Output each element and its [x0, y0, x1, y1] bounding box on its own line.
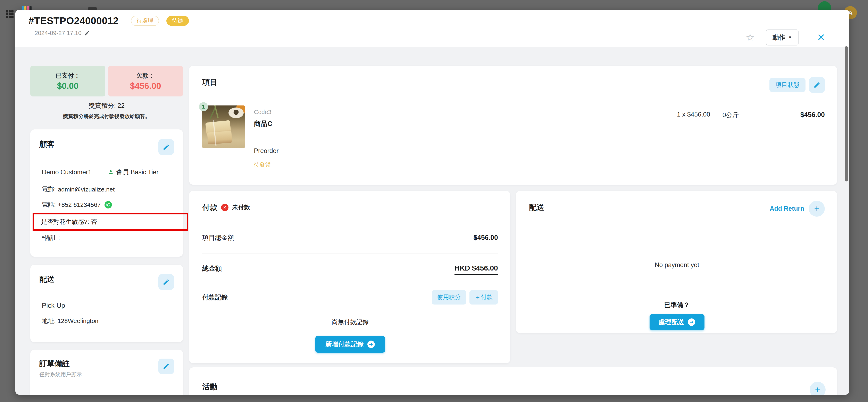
ready-question: 已準備？: [529, 301, 825, 309]
order-detail-modal: #TESTPO24000012 待處理 待辦 2024-09-27 17:10 …: [16, 10, 849, 395]
add-activity-button[interactable]: +: [810, 382, 826, 395]
delivery-card-title: 配送: [529, 202, 544, 212]
item-index-badge: 1: [199, 102, 208, 111]
customer-card-title: 顧客: [39, 139, 55, 149]
item-total: $456.00: [739, 111, 825, 119]
favorite-star-icon[interactable]: ☆: [746, 33, 754, 42]
whatsapp-icon[interactable]: ✆: [104, 201, 112, 208]
divider: [202, 254, 498, 254]
allergy-question-highlight: 是否對花生敏感?: 否: [33, 213, 188, 231]
customer-email[interactable]: admin@vizualize.net: [58, 186, 115, 193]
customer-name[interactable]: Demo Customer1: [42, 169, 92, 176]
no-payment-text: No payment yet: [529, 261, 825, 269]
process-delivery-button[interactable]: 處理配送 ➜: [650, 314, 705, 330]
apps-grid-icon[interactable]: [6, 10, 13, 18]
member-tier: 會員 Basic Tier: [116, 168, 159, 176]
payment-card-title: 付款: [202, 202, 217, 212]
grand-total-value: HKD $456.00: [455, 264, 498, 275]
unpaid-status-icon: ✕: [221, 204, 228, 211]
order-main: 項目 項目狀態 1: [189, 66, 837, 395]
add-return-link[interactable]: Add Return: [770, 205, 804, 212]
due-amount-badge: 欠款： $456.00: [108, 66, 183, 96]
process-delivery-label: 處理配送: [659, 318, 684, 327]
total-label: 總金額: [202, 264, 222, 273]
add-payment-record-button[interactable]: 新增付款記錄 ➜: [315, 336, 385, 353]
activity-card-title: 活動: [202, 382, 217, 392]
shipping-address: 128Weelington: [58, 317, 99, 324]
actions-dropdown-button[interactable]: 動作 ▼: [766, 30, 799, 45]
reward-points-note: 獎賞積分將於完成付款後發放給顧客。: [30, 113, 183, 120]
due-value: $456.00: [130, 81, 161, 91]
subtotal-label: 項目總金額: [202, 233, 234, 242]
items-card: 項目 項目狀態 1: [189, 66, 837, 185]
delivery-card: 配送 Add Return + No payment yet 已準備？ 處理配送…: [516, 191, 837, 333]
paid-amount-badge: 已支付： $0.00: [30, 66, 105, 96]
item-status-button[interactable]: 項目狀態: [769, 78, 806, 92]
status-badge-pending: 待處理: [131, 16, 159, 26]
order-sidebar: 已支付： $0.00 欠款： $456.00 獎賞積分: 22 獎賞積分將於完成…: [30, 66, 183, 395]
item-qty-price: 1 x $456.00: [677, 111, 710, 118]
edit-items-button[interactable]: [809, 77, 825, 93]
items-card-title: 項目: [202, 77, 217, 88]
reward-points: 獎賞積分: 22: [30, 101, 183, 110]
pencil-icon: [163, 143, 170, 150]
item-weight: 0公斤: [722, 111, 739, 120]
unpaid-status-text: 未付款: [232, 203, 250, 211]
arrow-right-icon: ➜: [688, 319, 695, 326]
product-code: Code3: [254, 109, 279, 115]
order-number: #TESTPO24000012: [29, 15, 119, 26]
order-notes-subtitle: 僅對系統用戶顯示: [39, 371, 82, 378]
status-badge-todo: 待辦: [166, 16, 189, 26]
modal-header: #TESTPO24000012 待處理 待辦 2024-09-27 17:10 …: [16, 10, 849, 47]
due-label: 欠款：: [136, 71, 155, 80]
line-item-row: 1 Code3 商品C Preorder 待發貨: [202, 105, 825, 168]
subtotal-value: $456.00: [473, 234, 498, 241]
chevron-down-icon: ▼: [788, 35, 792, 40]
product-type: Preorder: [254, 147, 279, 155]
add-return-plus-button[interactable]: +: [809, 201, 825, 217]
use-points-button[interactable]: 使用積分: [432, 290, 466, 304]
add-payment-button[interactable]: ＋付款: [469, 290, 498, 304]
edit-order-notes-button[interactable]: [158, 359, 174, 374]
edit-shipping-button[interactable]: [158, 274, 174, 290]
no-payment-records-text: 尚無付款記錄: [202, 318, 498, 327]
member-icon: [107, 169, 114, 175]
app-logo: [22, 6, 32, 10]
paid-label: 已支付：: [56, 71, 80, 80]
shipping-card: 配送 Pick Up 地址: 128Weelington: [30, 265, 183, 342]
fulfillment-status: 待發貨: [254, 161, 279, 168]
activity-card: 活動 +: [189, 367, 837, 395]
modal-scrollbar[interactable]: [845, 46, 848, 181]
order-date: 2024-09-27 17:10: [35, 30, 82, 36]
customer-card: 顧客 Demo Customer1 會員 Basic Tier 電郵: admi…: [30, 129, 183, 257]
allergy-question: 是否對花生敏感?: 否: [41, 218, 97, 225]
product-image: [202, 105, 245, 148]
payment-card: 付款 ✕ 未付款 項目總金額 $456.00 總金額 HKD $456.00: [189, 191, 510, 363]
shipping-method: Pick Up: [42, 302, 174, 309]
customer-remark-label: *備註 :: [42, 234, 174, 242]
customer-phone: +852 61234567: [58, 201, 101, 208]
arrow-right-icon: ➜: [367, 341, 375, 348]
address-label: 地址:: [42, 317, 56, 324]
shipping-card-title: 配送: [39, 274, 55, 284]
pencil-icon: [163, 278, 170, 286]
payment-records-label: 付款記錄: [202, 293, 228, 302]
order-notes-title: 訂單備註: [39, 359, 82, 369]
phone-label: 電話:: [42, 200, 56, 209]
order-notes-card: 訂單備註 僅對系統用戶顯示: [30, 349, 183, 395]
edit-customer-button[interactable]: [158, 139, 174, 155]
actions-label: 動作: [773, 33, 785, 42]
close-icon[interactable]: ✕: [817, 33, 825, 42]
paid-value: $0.00: [57, 81, 79, 91]
pencil-icon: [163, 363, 170, 370]
pencil-icon: [813, 81, 820, 89]
product-name[interactable]: 商品C: [254, 119, 279, 128]
add-payment-record-label: 新增付款記錄: [326, 340, 364, 348]
email-label: 電郵:: [42, 185, 56, 194]
edit-date-icon[interactable]: [84, 30, 90, 36]
